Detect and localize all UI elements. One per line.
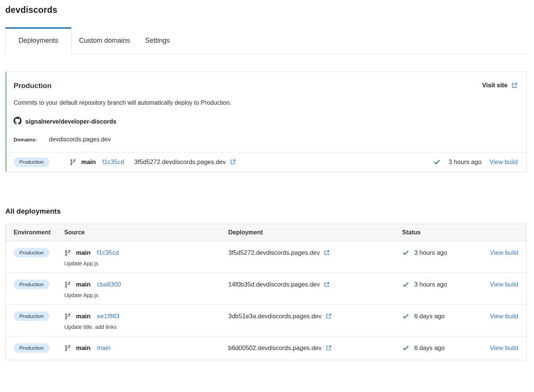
environment-badge: Production: [14, 248, 50, 258]
deployment-url: b6d00502.devdiscords.pages.dev: [228, 344, 322, 352]
table-row: Production main cba8300 Update App.js 14…: [6, 273, 526, 305]
environment-badge: Production: [14, 311, 50, 321]
domains-label: Domains:: [14, 137, 37, 143]
external-link-icon: [511, 82, 518, 89]
deployments-table: Environment Source Deployment Status Pro…: [5, 224, 526, 360]
commit-link[interactable]: cba8300: [97, 281, 121, 288]
view-build-link[interactable]: View build: [490, 249, 518, 256]
table-row: Production main main b6d00502.devdiscord…: [6, 336, 526, 360]
deployment-url: 14f0b35d.devdiscords.pages.dev: [228, 281, 320, 288]
commit-link[interactable]: main: [97, 344, 111, 352]
page-title: devdiscords: [5, 5, 526, 15]
commit-link[interactable]: f1c35cd: [102, 158, 124, 166]
branch-name: main: [76, 344, 91, 352]
view-build-link[interactable]: View build: [489, 158, 518, 166]
commit-message: Update App.js: [64, 292, 228, 298]
production-description: Commits to your default repository branc…: [14, 99, 518, 106]
tab-settings[interactable]: Settings: [138, 27, 177, 54]
github-icon: [14, 117, 22, 126]
commit-message: Update title, add links: [64, 324, 228, 330]
external-link-icon[interactable]: [325, 345, 332, 351]
deployment-time: 3 hours ago: [414, 281, 447, 288]
view-build-link[interactable]: View build: [490, 281, 518, 288]
all-deployments-title: All deployments: [5, 207, 526, 215]
column-header-status: Status: [402, 229, 485, 236]
production-deployment-row: Production main f1c35cd 3f5d5272.devdisc…: [7, 152, 526, 172]
tab-deployments[interactable]: Deployments: [5, 27, 71, 54]
check-icon: [402, 344, 409, 352]
branch-name: main: [76, 313, 91, 320]
commit-message: Update App.js: [64, 260, 228, 266]
environment-badge: Production: [14, 157, 50, 167]
production-card-title: Production: [14, 82, 51, 90]
deployment-time: 3 hours ago: [414, 249, 447, 256]
table-header: Environment Source Deployment Status: [6, 224, 526, 241]
deployment-time: 6 days ago: [414, 344, 445, 352]
git-branch-icon: [64, 345, 71, 352]
table-row: Production main f1c35cd Update App.js 3f…: [6, 241, 526, 273]
view-build-link[interactable]: View build: [490, 344, 518, 352]
deployment-time: 6 days ago: [414, 313, 445, 320]
view-build-link[interactable]: View build: [490, 313, 518, 320]
repo-name[interactable]: signalnerve/developer-discords: [25, 118, 116, 125]
visit-site-label: Visit site: [482, 82, 508, 89]
git-branch-icon: [64, 249, 71, 256]
commit-link[interactable]: ee1f883: [97, 313, 120, 320]
visit-site-link[interactable]: Visit site: [482, 82, 518, 89]
git-branch-icon: [64, 281, 71, 288]
environment-badge: Production: [14, 280, 50, 290]
check-icon: [402, 313, 409, 320]
deployment-time: 3 hours ago: [449, 158, 481, 166]
tab-custom-domains[interactable]: Custom domains: [71, 27, 138, 54]
git-branch-icon: [64, 313, 71, 320]
external-link-icon[interactable]: [230, 159, 236, 165]
tab-bar: Deployments Custom domains Settings: [5, 27, 526, 54]
column-header-deployment: Deployment: [228, 229, 402, 236]
external-link-icon[interactable]: [325, 313, 332, 319]
git-branch-icon: [70, 159, 76, 166]
external-link-icon[interactable]: [323, 281, 330, 288]
deployment-url: 3f5d5272.devdiscords.pages.dev: [228, 249, 320, 256]
domains-value: devdiscords.pages.dev: [49, 136, 111, 143]
check-icon: [433, 158, 441, 166]
branch-name: main: [76, 249, 91, 256]
table-row: Production main ee1f883 Update title, ad…: [6, 305, 526, 336]
external-link-icon[interactable]: [323, 249, 330, 256]
branch-name: main: [76, 281, 91, 288]
column-header-environment: Environment: [14, 229, 64, 236]
column-header-source: Source: [64, 229, 228, 236]
check-icon: [402, 249, 409, 256]
deployment-url: 3f5d5272.devdiscords.pages.dev: [134, 158, 226, 166]
environment-badge: Production: [14, 343, 50, 353]
check-icon: [402, 281, 409, 288]
branch-name: main: [81, 158, 96, 166]
commit-link[interactable]: f1c35cd: [97, 249, 119, 256]
deployment-url: 3db51e3a.devdiscords.pages.dev: [228, 313, 322, 320]
production-card: Production Visit site Commits to your de…: [5, 71, 526, 172]
